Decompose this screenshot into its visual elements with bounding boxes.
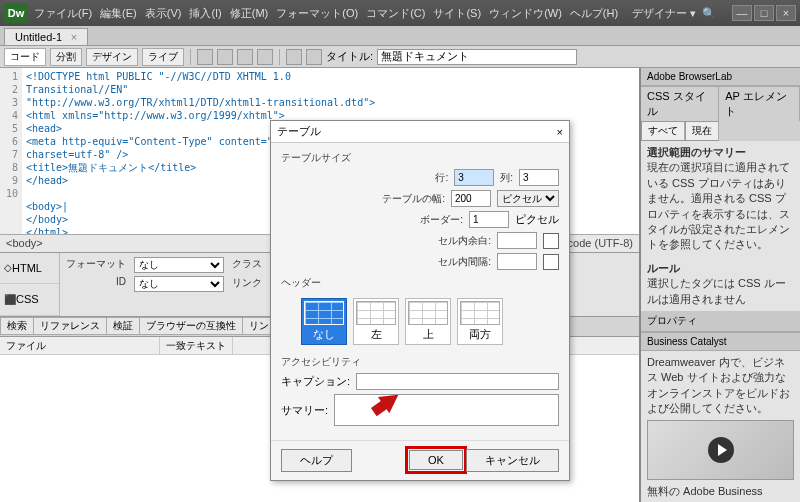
col-match[interactable]: 一致テキスト bbox=[160, 337, 233, 354]
panel-browserlab[interactable]: Adobe BrowserLab bbox=[641, 68, 800, 86]
toolbar-icon[interactable] bbox=[237, 49, 253, 65]
view-code-button[interactable]: コード bbox=[4, 48, 46, 66]
cols-input[interactable] bbox=[519, 169, 559, 186]
caption-label: キャプション: bbox=[281, 374, 350, 389]
css-summary-title: 選択範囲のサマリー bbox=[647, 146, 746, 158]
title-label: タイトル: bbox=[326, 49, 373, 64]
cols-label: 列: bbox=[500, 171, 513, 185]
border-label: ボーダー: bbox=[420, 213, 463, 227]
panel-properties[interactable]: プロパティ bbox=[641, 311, 800, 332]
title-input[interactable] bbox=[377, 49, 577, 65]
workspace-switcher[interactable]: デザイナー ▾ bbox=[632, 6, 696, 21]
menu-help[interactable]: ヘルプ(H) bbox=[570, 6, 618, 21]
prop-tab-html[interactable]: ◇ HTML bbox=[0, 253, 59, 285]
view-design-button[interactable]: デザイン bbox=[86, 48, 138, 66]
panel-dock: Adobe BrowserLab CSS スタイル AP エレメント すべて 現… bbox=[640, 68, 800, 502]
format-label: フォーマット bbox=[66, 257, 126, 273]
css-summary-body: 現在の選択項目に適用されている CSS プロパティはありません。適用される CS… bbox=[647, 161, 790, 250]
table-dialog: テーブル × テーブルサイズ 行: 列: テーブルの幅: ピクセル ボーダー: … bbox=[270, 120, 570, 481]
rules-body: 選択したタグには CSS ルールは適用されません bbox=[647, 277, 786, 304]
view-live-button[interactable]: ライブ bbox=[142, 48, 184, 66]
cellpad-input[interactable] bbox=[497, 232, 537, 249]
prop-tab-css[interactable]: ⬛ CSS bbox=[0, 284, 59, 316]
document-toolbar: コード 分割 デザイン ライブ タイトル: bbox=[0, 46, 800, 68]
btab-browser-compat[interactable]: ブラウザーの互換性 bbox=[139, 317, 243, 335]
cellpad-icon bbox=[543, 233, 559, 249]
cellspace-icon bbox=[543, 254, 559, 270]
link-label: リンク bbox=[232, 276, 262, 292]
toolbar-icon[interactable] bbox=[197, 49, 213, 65]
header-none[interactable]: なし bbox=[301, 298, 347, 345]
dialog-title: テーブル bbox=[277, 124, 321, 139]
tag-selector[interactable]: <body> bbox=[6, 237, 43, 249]
cancel-button[interactable]: キャンセル bbox=[466, 449, 559, 472]
cellspace-label: セル内間隔: bbox=[438, 255, 491, 269]
menu-command[interactable]: コマンド(C) bbox=[366, 6, 425, 21]
cellspace-input[interactable] bbox=[497, 253, 537, 270]
width-input[interactable] bbox=[451, 190, 491, 207]
css-current-button[interactable]: 現在 bbox=[685, 121, 719, 141]
document-tabbar: Untitled-1 × bbox=[0, 26, 800, 46]
toolbar-icon[interactable] bbox=[257, 49, 273, 65]
tab-label: Untitled-1 bbox=[15, 31, 62, 43]
play-icon bbox=[708, 437, 734, 463]
menu-window[interactable]: ウィンドウ(W) bbox=[489, 6, 562, 21]
css-all-button[interactable]: すべて bbox=[641, 121, 685, 141]
menu-bar: ファイル(F) 編集(E) 表示(V) 挿入(I) 修正(M) フォーマット(O… bbox=[34, 6, 632, 21]
header-top[interactable]: 上 bbox=[405, 298, 451, 345]
toolbar-icon[interactable] bbox=[286, 49, 302, 65]
menu-format[interactable]: フォーマット(O) bbox=[276, 6, 358, 21]
dialog-close-icon[interactable]: × bbox=[557, 126, 563, 138]
line-gutter: 12345678910 bbox=[0, 68, 22, 234]
ok-button[interactable]: OK bbox=[409, 450, 463, 470]
class-label: クラス bbox=[232, 257, 262, 273]
btab-search[interactable]: 検索 bbox=[0, 317, 34, 335]
border-unit: ピクセル bbox=[515, 212, 559, 227]
menu-insert[interactable]: 挿入(I) bbox=[189, 6, 221, 21]
search-icon[interactable]: 🔍 bbox=[702, 7, 716, 20]
size-legend: テーブルサイズ bbox=[281, 151, 559, 165]
id-label: ID bbox=[66, 276, 126, 292]
btab-reference[interactable]: リファレンス bbox=[33, 317, 107, 335]
btab-validate[interactable]: 検証 bbox=[106, 317, 140, 335]
app-titlebar: Dw ファイル(F) 編集(E) 表示(V) 挿入(I) 修正(M) フォーマッ… bbox=[0, 0, 800, 26]
cellpad-label: セル内余白: bbox=[438, 234, 491, 248]
format-select[interactable]: なし bbox=[134, 257, 224, 273]
view-split-button[interactable]: 分割 bbox=[50, 48, 82, 66]
caption-input[interactable] bbox=[356, 373, 559, 390]
border-input[interactable] bbox=[469, 211, 509, 228]
rows-input[interactable] bbox=[454, 169, 494, 186]
width-unit-select[interactable]: ピクセル bbox=[497, 190, 559, 207]
menu-file[interactable]: ファイル(F) bbox=[34, 6, 92, 21]
summary-input[interactable] bbox=[334, 394, 559, 426]
width-label: テーブルの幅: bbox=[382, 192, 445, 206]
panel-tab-ap[interactable]: AP エレメント bbox=[719, 87, 800, 121]
summary-label: サマリー: bbox=[281, 403, 328, 418]
panel-business-catalyst[interactable]: Business Catalyst bbox=[641, 333, 800, 351]
bc-desc1: Dreamweaver 内で、ビジネス Web サイトおよび強力なオンラインスト… bbox=[647, 356, 790, 414]
minimize-button[interactable]: — bbox=[732, 5, 752, 21]
col-file[interactable]: ファイル bbox=[0, 337, 160, 354]
close-button[interactable]: × bbox=[776, 5, 796, 21]
rules-title: ルール bbox=[647, 262, 680, 274]
menu-modify[interactable]: 修正(M) bbox=[230, 6, 269, 21]
maximize-button[interactable]: □ bbox=[754, 5, 774, 21]
document-tab[interactable]: Untitled-1 × bbox=[4, 28, 88, 45]
access-legend: アクセシビリティ bbox=[281, 355, 559, 369]
panel-tab-css[interactable]: CSS スタイル bbox=[641, 87, 719, 121]
help-button[interactable]: ヘルプ bbox=[281, 449, 352, 472]
rows-label: 行: bbox=[435, 171, 448, 185]
menu-site[interactable]: サイト(S) bbox=[433, 6, 481, 21]
toolbar-icon[interactable] bbox=[306, 49, 322, 65]
toolbar-icon[interactable] bbox=[217, 49, 233, 65]
header-left[interactable]: 左 bbox=[353, 298, 399, 345]
bc-video-thumb[interactable] bbox=[647, 420, 794, 480]
menu-view[interactable]: 表示(V) bbox=[145, 6, 182, 21]
header-legend: ヘッダー bbox=[281, 276, 559, 290]
header-both[interactable]: 両方 bbox=[457, 298, 503, 345]
id-select[interactable]: なし bbox=[134, 276, 224, 292]
bc-desc2: 無料の Adobe Business Catalyst を今すぐお試しください。 bbox=[647, 485, 789, 502]
menu-edit[interactable]: 編集(E) bbox=[100, 6, 137, 21]
app-logo: Dw bbox=[4, 3, 28, 23]
tab-close-icon[interactable]: × bbox=[71, 31, 77, 43]
